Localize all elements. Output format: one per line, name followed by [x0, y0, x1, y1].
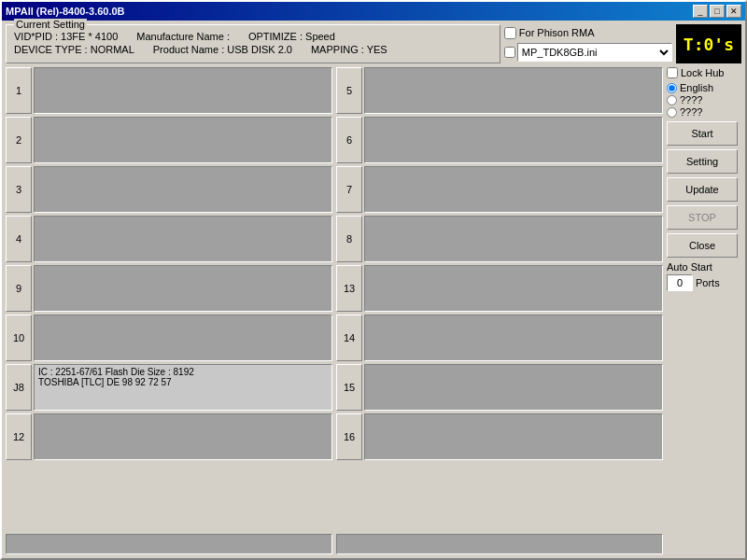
ports-area: 1 2 3 4	[6, 67, 663, 554]
lang-english-radio[interactable]	[667, 83, 677, 93]
port-j8-button[interactable]: J8	[6, 364, 32, 411]
port-row-4: 4	[6, 216, 332, 262]
current-setting-label: Current Setting	[14, 19, 87, 30]
lang-2-radio[interactable]	[667, 95, 677, 105]
port-row-12: 12	[6, 413, 332, 460]
port-6-display	[364, 117, 663, 163]
port-row-10: 10	[6, 315, 332, 361]
port-row-j8: J8 IC : 2251-67/61 Flash Die Size : 8192…	[6, 364, 332, 411]
device-type: DEVICE TYPE : NORMAL	[14, 44, 134, 55]
port-15-button[interactable]: 15	[336, 364, 362, 411]
setting-button[interactable]: Setting	[667, 149, 738, 174]
port-16-button[interactable]: 16	[336, 413, 362, 460]
port-row-3: 3	[6, 166, 332, 213]
right-port-column: 5 6 7 8	[336, 67, 663, 532]
bottom-display-left	[6, 534, 332, 554]
port-14-button[interactable]: 14	[336, 315, 362, 361]
port-4-button[interactable]: 4	[6, 216, 32, 262]
close-button-sidebar[interactable]: Close	[667, 233, 738, 258]
lock-hub-checkbox[interactable]	[667, 67, 678, 78]
left-port-column: 1 2 3 4	[6, 67, 332, 532]
title-bar-buttons: _ □ ✕	[693, 5, 741, 18]
lang-3-radio[interactable]	[667, 107, 677, 118]
port-13-button[interactable]: 13	[336, 265, 362, 312]
auto-start-row: Ports	[667, 274, 720, 291]
phison-checkbox[interactable]	[504, 27, 516, 39]
port-5-display	[364, 67, 663, 114]
phison-ini-area: For Phison RMA MP_TDK8GB.ini	[504, 24, 672, 63]
lang-english-label: English	[680, 82, 713, 93]
port-3-display	[34, 166, 332, 213]
maximize-button[interactable]: □	[710, 5, 725, 18]
minimize-button[interactable]: _	[693, 5, 708, 18]
port-4-display	[34, 216, 332, 262]
port-8-display	[364, 216, 663, 262]
title-bar: MPAll (Rel)-8400-3.60.0B _ □ ✕	[2, 2, 745, 21]
timer-display: T:0's	[676, 24, 741, 63]
lang-3-row: ????	[667, 106, 741, 118]
sidebar: Lock Hub English ???? ????	[667, 67, 741, 554]
mapping: MAPPING : YES	[311, 44, 388, 55]
port-1-display	[34, 67, 332, 114]
auto-start-input[interactable]	[667, 274, 693, 291]
ini-select[interactable]: MP_TDK8GB.ini	[517, 43, 672, 62]
port-7-display	[364, 166, 663, 213]
ini-checkbox[interactable]	[504, 47, 515, 58]
optimize: OPTIMIZE : Speed	[248, 31, 335, 42]
port-9-button[interactable]: 9	[6, 265, 32, 312]
port-2-button[interactable]: 2	[6, 117, 32, 163]
ini-select-row: MP_TDK8GB.ini	[504, 43, 672, 62]
port-row-9: 9	[6, 265, 332, 312]
info-row-1: VID*PID : 13FE * 4100 Manufacture Name :…	[14, 31, 492, 42]
port-12-button[interactable]: 12	[6, 413, 32, 460]
port-row-14: 14	[336, 315, 663, 361]
port-16-display	[364, 413, 663, 460]
lang-2-label: ????	[680, 94, 702, 105]
port-row-8: 8	[336, 216, 663, 262]
port-8-button[interactable]: 8	[336, 216, 362, 262]
auto-start-section: Auto Start Ports	[667, 261, 741, 291]
start-button[interactable]: Start	[667, 121, 738, 146]
lock-hub-label: Lock Hub	[681, 67, 724, 78]
port-10-display	[34, 315, 332, 361]
current-setting-group: Current Setting VID*PID : 13FE * 4100 Ma…	[6, 24, 500, 63]
port-14-display	[364, 315, 663, 361]
port-9-display	[34, 265, 332, 312]
info-bar: Current Setting VID*PID : 13FE * 4100 Ma…	[6, 24, 741, 63]
port-15-display	[364, 364, 663, 411]
close-button[interactable]: ✕	[726, 5, 741, 18]
info-row-2: DEVICE TYPE : NORMAL Product Name : USB …	[14, 44, 492, 55]
port-5-button[interactable]: 5	[336, 67, 362, 114]
main-area: 1 2 3 4	[6, 67, 741, 554]
ports-label: Ports	[696, 277, 720, 288]
port-10-button[interactable]: 10	[6, 315, 32, 361]
port-6-button[interactable]: 6	[336, 117, 362, 163]
port-row-13: 13	[336, 265, 663, 312]
lang-3-label: ????	[680, 106, 702, 118]
phison-checkbox-row: For Phison RMA	[504, 27, 672, 39]
vid-pid: VID*PID : 13FE * 4100	[14, 31, 118, 42]
lang-2-row: ????	[667, 94, 741, 105]
port-row-15: 15	[336, 364, 663, 411]
auto-start-label: Auto Start	[667, 261, 712, 273]
port-row-6: 6	[336, 117, 663, 163]
lang-english-row: English	[667, 82, 741, 93]
window-title: MPAll (Rel)-8400-3.60.0B	[6, 6, 125, 17]
port-12-display	[34, 413, 332, 460]
port-3-button[interactable]: 3	[6, 166, 32, 213]
port-row-2: 2	[6, 117, 332, 163]
port-13-display	[364, 265, 663, 312]
port-row-7: 7	[336, 166, 663, 213]
port-j8-display: IC : 2251-67/61 Flash Die Size : 8192TOS…	[34, 364, 332, 411]
update-button[interactable]: Update	[667, 177, 738, 202]
manufacture-label: Manufacture Name :	[136, 31, 230, 42]
ports-grid: 1 2 3 4	[6, 67, 663, 532]
stop-button[interactable]: STOP	[667, 205, 738, 230]
phison-label: For Phison RMA	[519, 27, 595, 38]
bottom-bar	[6, 534, 663, 554]
bottom-display-right	[336, 534, 663, 554]
lock-hub-row: Lock Hub	[667, 67, 741, 78]
port-7-button[interactable]: 7	[336, 166, 362, 213]
window-content: Current Setting VID*PID : 13FE * 4100 Ma…	[2, 21, 745, 558]
port-1-button[interactable]: 1	[6, 67, 32, 114]
